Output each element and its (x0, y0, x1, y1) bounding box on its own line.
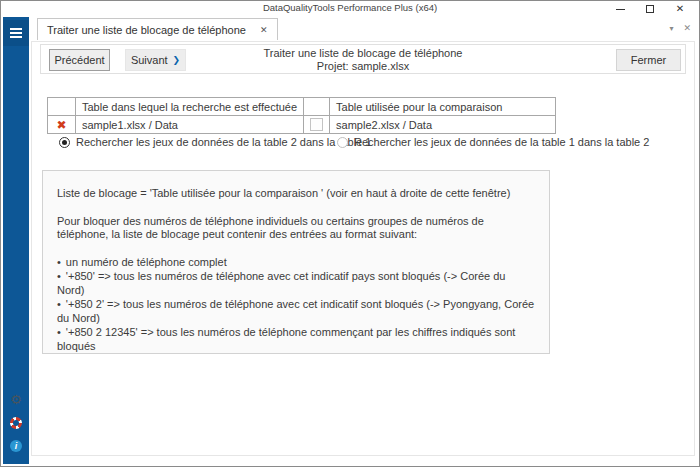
close-icon: ✕ (676, 4, 684, 14)
wizard-title-line1: Traiter une liste de blocage de téléphon… (191, 47, 535, 60)
maximize-button[interactable] (635, 1, 665, 17)
close-button[interactable]: ✕ (665, 1, 695, 17)
radio-label: Rechercher les jeux de données de la tab… (354, 136, 649, 148)
app-window: DataQualityTools Performance Plus (x64) … (0, 0, 700, 467)
tables-grid: Table dans lequel la recherche est effec… (47, 97, 556, 134)
row-checkbox[interactable] (310, 118, 323, 131)
search-table-cell: sample1.xlsx / Data (76, 116, 304, 134)
next-button-label: Suivant (131, 54, 168, 66)
fermer-button-label: Fermer (631, 54, 666, 66)
radio-label: Rechercher les jeux de données de la tab… (76, 136, 371, 148)
radio-selected-icon (59, 137, 70, 148)
info-bullet: '+850' => tous les numéros de téléphone … (57, 270, 535, 297)
wizard-title-line2: Projet: sample.xlsx (191, 60, 535, 73)
radio-search-table1-in-table2[interactable]: Rechercher les jeux de données de la tab… (337, 136, 649, 148)
maximize-icon (646, 5, 654, 13)
info-icon[interactable]: i (10, 440, 22, 452)
settings-gear-icon[interactable]: ⚙ (10, 393, 22, 406)
minimize-button[interactable] (605, 1, 635, 17)
table-row: ✖ sample1.xlsx / Data sample2.xlsx / Dat… (48, 116, 556, 134)
grid-header-check-col (304, 98, 330, 116)
previous-button-label: Précédent (54, 54, 104, 66)
window-controls: ✕ (605, 1, 695, 17)
grid-header-comparison-table: Table utilisée pour la comparaison (330, 98, 556, 116)
sidebar: ⚙ i (3, 17, 29, 464)
tabstrip-controls: ▾ ✕ (669, 23, 691, 33)
radio-search-table2-in-table1[interactable]: Rechercher les jeux de données de la tab… (59, 136, 371, 148)
next-button[interactable]: Suivant ❯ (125, 49, 186, 71)
chevron-right-icon: ❯ (173, 55, 181, 65)
wizard-header: Précédent Suivant ❯ Traiter une liste de… (40, 44, 686, 74)
info-bullet: un numéro de téléphone complet (57, 256, 535, 270)
blocklist-info-box: Liste de blocage = 'Table utilisée pour … (42, 170, 550, 354)
hamburger-icon (10, 28, 22, 30)
fermer-button[interactable]: Fermer (616, 49, 681, 71)
tab-list-dropdown-icon[interactable]: ▾ (669, 24, 673, 33)
menu-button[interactable] (3, 20, 29, 46)
tab-traiter-liste-blocage[interactable]: Traiter une liste de blocage de téléphon… (37, 18, 278, 40)
delete-row-icon[interactable]: ✖ (56, 118, 66, 132)
title-bar: DataQualityTools Performance Plus (x64) … (1, 1, 699, 17)
previous-button[interactable]: Précédent (49, 49, 110, 71)
grid-header-row: Table dans lequel la recherche est effec… (48, 98, 556, 116)
tab-close-icon[interactable]: ✕ (260, 25, 268, 35)
search-direction-options: Rechercher les jeux de données de la tab… (59, 136, 684, 150)
grid-header-icon-col (48, 98, 76, 116)
grid-header-search-table: Table dans lequel la recherche est effec… (76, 98, 304, 116)
wizard-title: Traiter une liste de blocage de téléphon… (191, 47, 535, 73)
info-bullet-list: un numéro de téléphone complet '+850' =>… (57, 256, 535, 354)
tab-label: Traiter une liste de blocage de téléphon… (47, 24, 246, 36)
tabstrip-close-icon[interactable]: ✕ (683, 23, 691, 33)
sidebar-bottom-icons: ⚙ i (10, 393, 22, 464)
info-line1: Liste de blocage = 'Table utilisée pour … (57, 187, 535, 201)
main-panel: Précédent Suivant ❯ Traiter une liste de… (31, 41, 695, 456)
info-paragraph: Pour bloquer des numéros de téléphone in… (57, 215, 535, 242)
help-lifebuoy-icon[interactable] (10, 417, 22, 429)
radio-unselected-icon (337, 137, 348, 148)
tab-strip: Traiter une liste de blocage de téléphon… (29, 17, 697, 41)
info-bullet: '+850 2 12345' => tous les numéros de té… (57, 326, 535, 353)
window-title: DataQualityTools Performance Plus (x64) (1, 2, 699, 13)
comparison-table-cell: sample2.xlsx / Data (330, 116, 556, 134)
info-bullet: '+850 2' => tous les numéros de téléphon… (57, 298, 535, 325)
minimize-icon (616, 9, 625, 10)
